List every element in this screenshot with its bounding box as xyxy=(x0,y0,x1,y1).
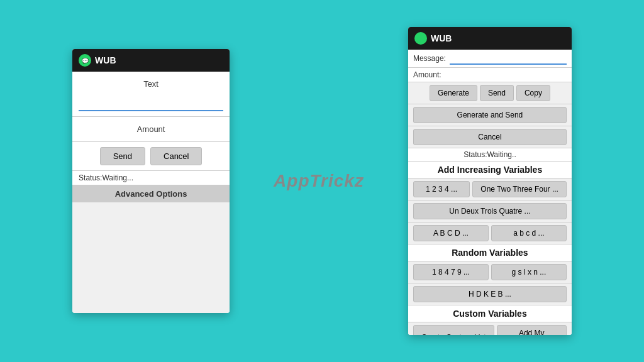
svg-text:💬: 💬 xyxy=(82,57,89,65)
left-button-row: Send Cancel xyxy=(72,142,230,171)
message-label: Message: xyxy=(413,54,446,63)
hdkeb-button[interactable]: H D K E B ... xyxy=(413,286,567,302)
left-status-bar: Status:Waiting... xyxy=(72,171,230,185)
one-two-button[interactable]: One Two Three Four ... xyxy=(472,181,567,197)
right-title: WUB xyxy=(431,33,452,43)
copy-button[interactable]: Copy xyxy=(516,85,550,101)
text-section: Text xyxy=(72,72,230,117)
un-deux-button[interactable]: Un Deux Trois Quatre ... xyxy=(413,203,567,219)
custom-title: Custom Variables xyxy=(408,305,572,322)
generate-and-send-row: Generate and Send xyxy=(408,104,572,126)
right-send-button[interactable]: Send xyxy=(480,85,514,101)
text-input[interactable] xyxy=(79,91,223,111)
hdkeb-row: H D K E B ... xyxy=(408,283,572,305)
numbers-button[interactable]: 1 2 3 4 ... xyxy=(413,181,470,197)
right-phone-frame: WUB Message: Amount: Generate Send Copy … xyxy=(408,27,572,335)
message-input[interactable] xyxy=(450,52,567,65)
generate-button[interactable]: Generate xyxy=(430,85,477,101)
amount-section: Amount xyxy=(72,117,230,142)
left-status-text: Status:Waiting... xyxy=(79,173,133,182)
abcd-upper-button[interactable]: A B C D ... xyxy=(413,225,489,241)
add-increasing-title: Add Increasing Variables xyxy=(408,162,572,178)
text-label: Text xyxy=(79,77,223,91)
create-custom-button[interactable]: Create Custom List xyxy=(413,325,494,335)
left-cancel-button[interactable]: Cancel xyxy=(150,147,202,165)
un-deux-row: Un Deux Trois Quatre ... xyxy=(408,200,572,222)
svg-point-2 xyxy=(417,35,425,42)
left-title: WUB xyxy=(95,55,116,65)
random-letters-button[interactable]: g s l x n ... xyxy=(491,264,567,280)
advanced-options-bar[interactable]: Advanced Options xyxy=(72,185,230,202)
abcd-row: A B C D ... a b c d ... xyxy=(408,222,572,244)
amount-label: Amount xyxy=(79,122,223,136)
message-row: Message: xyxy=(408,50,572,68)
amount-row: Amount: xyxy=(408,68,572,82)
left-title-bar: 💬 WUB xyxy=(72,49,230,72)
generate-and-send-button[interactable]: Generate and Send xyxy=(413,107,567,123)
generate-send-copy-row: Generate Send Copy xyxy=(408,82,572,104)
right-title-bar: WUB xyxy=(408,27,572,50)
random-title: Random Variables xyxy=(408,244,572,261)
apptrickz-label: AppTrickz xyxy=(274,171,364,191)
random-row: 1 8 4 7 9 ... g s l x n ... xyxy=(408,261,572,283)
cancel-row: Cancel xyxy=(408,126,572,148)
right-wub-icon xyxy=(414,32,427,45)
left-phone-frame: 💬 WUB Text Amount Send Cancel St xyxy=(72,49,230,313)
numbers-row: 1 2 3 4 ... One Two Three Four ... xyxy=(408,178,572,200)
main-container: 💬 WUB Text Amount Send Cancel St xyxy=(0,0,644,362)
right-status-row: Status:Waiting.. xyxy=(408,148,572,162)
left-wub-icon: 💬 xyxy=(79,54,91,67)
add-my-custom-button[interactable]: Add My Custom List xyxy=(497,325,567,335)
abcd-lower-button[interactable]: a b c d ... xyxy=(491,225,567,241)
left-send-button[interactable]: Send xyxy=(100,147,145,165)
custom-row: Create Custom List Add My Custom List xyxy=(408,322,572,335)
right-cancel-button[interactable]: Cancel xyxy=(413,129,567,145)
random-numbers-button[interactable]: 1 8 4 7 9 ... xyxy=(413,264,489,280)
right-status-text: Status:Waiting.. xyxy=(464,150,516,159)
left-phone-content: Text Amount Send Cancel Status:Waiting..… xyxy=(72,72,230,313)
amount-label-right: Amount: xyxy=(413,70,441,79)
right-phone-content: Message: Amount: Generate Send Copy Gene… xyxy=(408,50,572,335)
